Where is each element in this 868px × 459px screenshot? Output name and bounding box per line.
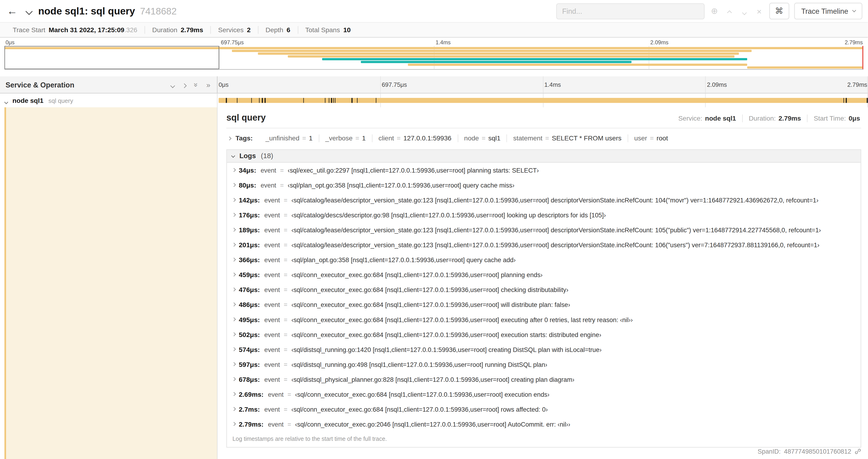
back-button[interactable]: ← xyxy=(2,0,22,22)
minimap-canvas[interactable] xyxy=(4,46,863,70)
service-operation-title: Service & Operation xyxy=(6,80,74,89)
equals-sign: = xyxy=(284,271,287,278)
log-field-key: event xyxy=(260,167,276,173)
span-detail-panel: sql query Service:node sql1 Duration:2.7… xyxy=(217,107,868,459)
prev-match-chevron-up-icon[interactable] xyxy=(724,6,734,15)
span-bar[interactable] xyxy=(219,98,867,103)
log-message: ‹sql/plan_opt.go:358 [nsql1,client=127.0… xyxy=(288,182,515,188)
log-timestamp: 142μs: xyxy=(239,196,260,204)
summary-item: Trace Start March 31 2022, 17:25:09.326 xyxy=(6,26,145,34)
axis-tick-label: 2.09ms xyxy=(650,39,669,45)
tag-key: _verbose xyxy=(325,134,352,142)
next-match-chevron-down-icon[interactable] xyxy=(739,6,749,15)
log-entry[interactable]: 176μs: event = ‹sql/catalog/descs/descri… xyxy=(227,207,861,223)
expand-all-double-chevron-right-icon[interactable]: » xyxy=(206,81,210,88)
equals-sign: = xyxy=(284,226,287,233)
equals-sign: = xyxy=(284,256,287,263)
span-row-name-cell[interactable]: node sql1 sql query xyxy=(0,94,217,107)
equals-sign: = xyxy=(545,134,549,142)
log-entry[interactable]: 2.69ms: event = ‹sql/conn_executor_exec.… xyxy=(227,387,861,402)
tag-value: sql1 xyxy=(488,134,500,142)
chevron-right-icon xyxy=(232,228,236,232)
view-selector-dropdown[interactable]: Trace Timeline xyxy=(794,3,862,19)
keyboard-shortcuts-button[interactable]: ⌘ xyxy=(769,3,789,19)
log-timestamp: 476μs: xyxy=(239,286,260,293)
equals-sign: = xyxy=(284,316,287,323)
log-message: ‹sql/conn_executor_exec.go:684 [nsql1,cl… xyxy=(291,331,601,338)
view-selector-label: Trace Timeline xyxy=(801,7,848,15)
log-entry[interactable]: 34μs: event = ‹sql/exec_util.go:2297 [ns… xyxy=(227,163,861,177)
log-entry[interactable]: 201μs: event = ‹sql/catalog/lease/descri… xyxy=(227,237,861,252)
summary-value: 2.79ms xyxy=(181,26,203,34)
log-field-key: event xyxy=(265,361,280,368)
log-entry[interactable]: 486μs: event = ‹sql/conn_executor_exec.g… xyxy=(227,297,861,312)
log-entry[interactable]: 459μs: event = ‹sql/conn_executor_exec.g… xyxy=(227,267,861,282)
equals-sign: = xyxy=(284,331,287,338)
minimap-cursor xyxy=(862,46,864,69)
log-entry[interactable]: 502μs: event = ‹sql/conn_executor_exec.g… xyxy=(227,327,861,342)
log-timestamp: 2.69ms: xyxy=(239,390,264,398)
span-collapse-chevron-down-icon[interactable] xyxy=(5,96,7,105)
equals-sign: = xyxy=(397,134,401,142)
log-field-key: event xyxy=(265,376,280,383)
equals-sign: = xyxy=(650,134,654,142)
summary-value: March 31 2022, 17:25:09 xyxy=(49,26,124,34)
summary-item: Duration 2.79ms xyxy=(145,26,210,34)
span-detail-title: sql query xyxy=(226,113,266,123)
chevron-right-icon xyxy=(232,183,236,187)
trace-summary-bar: Trace Start March 31 2022, 17:25:09.326 … xyxy=(0,23,868,38)
focus-match-icon[interactable]: ⊕ xyxy=(709,6,719,16)
title-collapse-chevron-icon[interactable] xyxy=(27,7,31,15)
logs-accordion-header[interactable]: Logs (18) xyxy=(227,150,861,163)
equals-sign: = xyxy=(280,167,284,173)
chevron-right-icon xyxy=(232,318,236,321)
log-entry[interactable]: 678μs: event = ‹sql/distsql_physical_pla… xyxy=(227,372,861,387)
collapse-one-chevron-down-icon[interactable] xyxy=(171,81,174,88)
log-message: ‹sql/plan_opt.go:358 [nsql1,client=127.0… xyxy=(291,256,516,263)
log-timestamp: 678μs: xyxy=(239,375,260,383)
minimap-span-bar xyxy=(322,58,747,60)
log-entry[interactable]: 2.7ms: event = ‹sql/conn_executor_exec.g… xyxy=(227,402,861,417)
tags-row[interactable]: Tags: _unfinished = 1 _verbose = 1 xyxy=(226,128,861,143)
meta-item: Duration:2.79ms xyxy=(742,114,807,122)
chevron-right-icon xyxy=(232,168,236,172)
summary-value: 6 xyxy=(286,26,290,34)
logs-footnote: Log timestamps are relative to the start… xyxy=(227,431,861,447)
log-timestamp: 597μs: xyxy=(239,360,260,368)
log-entry[interactable]: 495μs: event = ‹sql/conn_executor_exec.g… xyxy=(227,312,861,327)
log-entry[interactable]: 189μs: event = ‹sql/catalog/lease/descri… xyxy=(227,223,861,237)
log-entry[interactable]: 476μs: event = ‹sql/conn_executor_exec.g… xyxy=(227,282,861,297)
log-entry[interactable]: 2.79ms: event = ‹sql/conn_executor_exec.… xyxy=(227,417,861,431)
span-row-timeline-cell[interactable] xyxy=(217,94,868,107)
find-input[interactable] xyxy=(556,3,705,19)
log-marker-tick xyxy=(303,98,304,103)
log-field-key: event xyxy=(265,211,280,218)
meta-value: node sql1 xyxy=(705,114,736,122)
tag-value: root xyxy=(657,134,668,142)
log-marker-tick xyxy=(259,98,260,103)
log-entry[interactable]: 597μs: event = ‹sql/distsql_running.go:4… xyxy=(227,357,861,372)
clear-find-close-icon[interactable]: × xyxy=(754,6,764,15)
log-message: ‹sql/distsql_running.go:498 [nsql1,clien… xyxy=(291,361,548,368)
collapse-all-double-chevron-down-icon[interactable]: » xyxy=(194,81,198,88)
meta-label: Service: xyxy=(678,114,702,122)
summary-value-wrap: 10 xyxy=(343,26,351,34)
log-marker-tick xyxy=(376,98,377,103)
copy-link-icon[interactable] xyxy=(855,448,861,455)
log-timestamp: 574μs: xyxy=(239,346,260,353)
log-entry[interactable]: 574μs: event = ‹sql/distsql_running.go:1… xyxy=(227,342,861,357)
log-timestamp: 502μs: xyxy=(239,330,260,338)
expand-one-chevron-right-icon[interactable] xyxy=(183,81,186,88)
log-entry[interactable]: 142μs: event = ‹sql/catalog/lease/descri… xyxy=(227,192,861,207)
logs-list: 34μs: event = ‹sql/exec_util.go:2297 [ns… xyxy=(227,163,861,431)
log-field-key: event xyxy=(265,256,280,263)
header-toolbar: ⊕ × ⌘ Trace Timeline xyxy=(556,3,862,19)
minimap-span-bar xyxy=(747,66,863,69)
log-entry[interactable]: 366μs: event = ‹sql/plan_opt.go:358 [nsq… xyxy=(227,252,861,267)
tag-key: client xyxy=(378,134,394,142)
log-entry[interactable]: 80μs: event = ‹sql/plan_opt.go:358 [nsql… xyxy=(227,177,861,192)
equals-sign: = xyxy=(284,211,287,218)
minimap-selection[interactable] xyxy=(4,46,219,69)
span-row[interactable]: node sql1 sql query xyxy=(0,94,868,107)
log-timestamp: 201μs: xyxy=(239,241,260,249)
